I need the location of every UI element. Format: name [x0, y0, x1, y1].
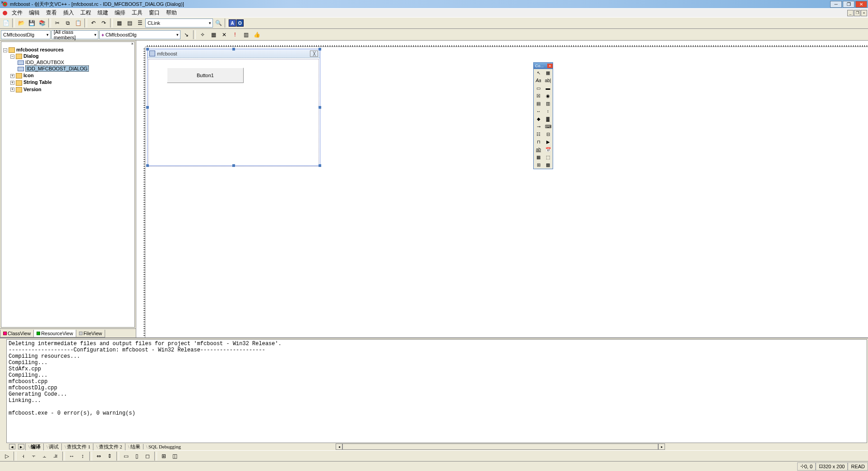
radio-tool-icon[interactable]: ◉ [543, 92, 553, 100]
same-size-icon[interactable]: ◻ [143, 451, 152, 461]
tree-version-folder[interactable]: Version [23, 87, 42, 92]
resize-handle[interactable] [232, 164, 235, 167]
group-tool-icon[interactable]: ▭ [534, 84, 543, 92]
resize-handle[interactable] [146, 164, 149, 167]
checkbox-tool-icon[interactable]: ☒ [534, 92, 543, 100]
center-h-icon[interactable]: ↔ [67, 451, 77, 461]
save-all-button[interactable]: 📚 [37, 18, 47, 28]
output-tab-debug[interactable]: 调试 [43, 443, 61, 450]
controls-toolbox[interactable]: Co...× ↖ ▦ Aa ab| ▭ ▬ ☒ ◉ ▤ ▥ ↔ ↕ ◆ ▓ ⊸ … [533, 62, 553, 169]
month-tool-icon[interactable]: ▦ [534, 153, 543, 161]
datetime-tool-icon[interactable]: 📅 [543, 146, 553, 153]
action1-icon[interactable]: ✧ [198, 30, 208, 40]
action5-icon[interactable]: ▥ [241, 30, 251, 40]
undo-button[interactable]: ↶ [88, 18, 98, 28]
vscroll-tool-icon[interactable]: ↕ [543, 107, 553, 115]
tree-aboutbox[interactable]: IDD_ABOUTBOX [25, 60, 64, 65]
tree-mainDialog[interactable]: IDD_MFCBOOST_DIALOG [25, 65, 89, 72]
button1-control[interactable]: Button1 [167, 68, 244, 83]
output-nav-left[interactable]: ◂ [9, 444, 15, 449]
close-button[interactable]: ✕ [855, 1, 867, 8]
maximize-button[interactable]: ❐ [843, 1, 854, 8]
save-button[interactable]: 💾 [27, 18, 37, 28]
mdi-minimize[interactable]: _ [847, 10, 854, 16]
copy-button[interactable]: ⧉ [63, 18, 73, 28]
resize-handle[interactable] [146, 106, 149, 109]
dialog-designer[interactable]: mfcboost ╳ Button1 Co...× ↖ [136, 41, 868, 337]
tab-classview[interactable]: ClassView [0, 330, 34, 337]
hscroll-track[interactable] [342, 443, 658, 450]
center-v-icon[interactable]: ↕ [78, 451, 88, 461]
tree-root[interactable]: mfcboost resources [16, 47, 64, 52]
test-dialog-button[interactable]: ▷ [2, 451, 12, 461]
mdi-restore[interactable]: ❐ [854, 10, 860, 16]
tree-icon-folder[interactable]: Icon [23, 73, 34, 78]
find-combo[interactable]: CLink [145, 18, 213, 28]
button-tool-icon[interactable]: ▬ [543, 84, 553, 92]
align-bottom-icon[interactable]: ⫡ [51, 451, 60, 461]
grid-toggle-icon[interactable]: ⊞ [159, 451, 169, 461]
same-height-icon[interactable]: ▯ [132, 451, 142, 461]
list-tool-icon[interactable]: ☷ [534, 130, 543, 138]
resize-handle[interactable] [319, 106, 321, 109]
menu-view[interactable]: 查看 [43, 8, 60, 18]
output-tab-build[interactable]: 编译 [25, 443, 43, 450]
tile-v-button[interactable]: O [236, 19, 244, 27]
menu-insert[interactable]: 插入 [60, 8, 77, 18]
action4-icon[interactable]: ! [230, 30, 240, 40]
extended-tool-icon[interactable]: ▩ [543, 161, 553, 169]
richedit-tool-icon[interactable]: ab [534, 146, 543, 153]
filter-combo[interactable]: [All class members] [51, 30, 98, 39]
redo-button[interactable]: ↷ [99, 18, 109, 28]
hotkey-tool-icon[interactable]: ⌨ [543, 123, 553, 130]
resize-handle[interactable] [319, 48, 321, 51]
build-output[interactable]: Deleting intermediate files and output f… [6, 339, 867, 443]
space-h-icon[interactable]: ⇔ [94, 451, 104, 461]
hscroll-tool-icon[interactable]: ↔ [534, 107, 543, 115]
menu-edit[interactable]: 编辑 [26, 8, 42, 18]
minimize-button[interactable]: ─ [830, 1, 842, 8]
ip-tool-icon[interactable]: ⬚ [543, 153, 553, 161]
edit-tool-icon[interactable]: ab| [543, 77, 553, 84]
output-tab-sql[interactable]: SQL Debugging [143, 444, 184, 449]
menu-help[interactable]: 帮助 [163, 8, 180, 18]
panel-close-icon[interactable]: × [131, 42, 134, 46]
resize-handle[interactable] [319, 164, 321, 167]
hscroll-left[interactable]: ◂ [336, 443, 342, 450]
cut-button[interactable]: ✂ [52, 18, 62, 28]
animate-tool-icon[interactable]: ▶ [543, 138, 553, 146]
menu-build[interactable]: 组建 [95, 8, 111, 18]
spin-tool-icon[interactable]: ◆ [534, 115, 543, 123]
combo-tool-icon[interactable]: ▤ [534, 100, 543, 107]
resource-tree[interactable]: × −mfcboost resources −Dialog IDD_ABOUTB… [1, 42, 135, 328]
listbox-tool-icon[interactable]: ▥ [543, 100, 553, 107]
dialog-close-icon[interactable]: ╳ [310, 51, 318, 57]
static-tool-icon[interactable]: Aa [534, 77, 543, 84]
align-top-icon[interactable]: ⫠ [40, 451, 50, 461]
tree-stringtable-folder[interactable]: String Table [23, 79, 52, 85]
menu-window[interactable]: 窗口 [146, 8, 162, 18]
mdi-close[interactable]: × [861, 10, 867, 16]
goto-button[interactable]: ↘ [181, 30, 191, 40]
menu-file[interactable]: 文件 [9, 8, 25, 18]
tile-h-button[interactable]: A [229, 19, 236, 27]
align-left-icon[interactable]: ⫞ [18, 451, 28, 461]
tab-tool-icon[interactable]: ⊓ [534, 138, 543, 146]
paste-button[interactable]: 📋 [73, 18, 83, 28]
align-right-icon[interactable]: ⫟ [29, 451, 39, 461]
output-tab-results[interactable]: 结果 [125, 443, 143, 450]
class-combo[interactable]: CMfcboostDlg [1, 30, 51, 39]
picture-tool-icon[interactable]: ▦ [543, 69, 553, 77]
menu-layout[interactable]: 编排 [112, 8, 128, 18]
member-combo[interactable]: ♦CMfcboostDlg [99, 30, 180, 39]
open-button[interactable]: 📂 [16, 18, 26, 28]
output-button[interactable]: ▤ [125, 18, 134, 28]
progress-tool-icon[interactable]: ▓ [543, 115, 553, 123]
guide-toggle-icon[interactable]: ◫ [170, 451, 180, 461]
hscroll-right[interactable]: ▸ [658, 443, 665, 450]
tree-tool-icon[interactable]: ⊟ [543, 130, 553, 138]
output-tab-find1[interactable]: 查找文件 1 [61, 443, 93, 450]
tab-fileview[interactable]: FileView [76, 330, 105, 337]
tab-resourceview[interactable]: ResourceView [33, 330, 76, 337]
custom-tool-icon[interactable]: ⊞ [534, 161, 543, 169]
